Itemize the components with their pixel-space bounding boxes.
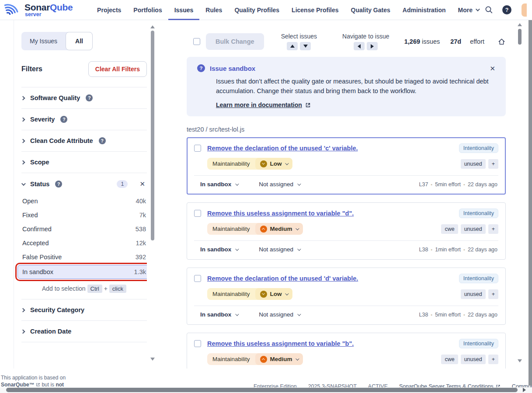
nav-portfolios[interactable]: Portfolios (127, 0, 168, 20)
issue-card[interactable]: Remove the declaration of the unused 'c'… (187, 137, 506, 195)
severity-header[interactable]: Severity ? (21, 116, 147, 123)
issue-status-dropdown[interactable]: In sandbox (200, 311, 238, 318)
nav-projects[interactable]: Projects (91, 0, 127, 20)
issue-card[interactable]: Remove the declaration of the unused 'd'… (187, 268, 506, 325)
select-all-checkbox[interactable] (193, 38, 200, 45)
help-icon[interactable]: ? (60, 116, 67, 123)
status-option-open[interactable]: Open 40k (21, 194, 147, 208)
software-quality-severity-pill[interactable]: Maintainability Low (207, 158, 292, 170)
security-category-header[interactable]: Security Category (21, 306, 147, 313)
tag-chip[interactable]: cwe (441, 224, 458, 234)
status-option-false-positive[interactable]: False Positive 392 (21, 250, 147, 264)
issue-title-link[interactable]: Remove this useless assignment to variab… (207, 210, 354, 217)
add-tag-button[interactable]: + (488, 224, 498, 234)
nav-administration[interactable]: Administration (396, 0, 452, 20)
main-scroll-up-arrow[interactable] (518, 23, 522, 26)
severity-dropdown[interactable]: Low (255, 158, 292, 170)
triangle-left-icon (358, 44, 361, 49)
issue-title-link[interactable]: Remove this useless assignment to variab… (207, 340, 354, 347)
window-scrollbar[interactable] (529, 10, 532, 386)
issues-toolbar: Bulk Change Select issues Navigate to is… (187, 31, 506, 52)
issue-title-link[interactable]: Remove the declaration of the unused 'c'… (207, 145, 358, 152)
severity-label: Medium (270, 226, 292, 232)
nav-quality-gates[interactable]: Quality Gates (345, 0, 396, 20)
sidebar-scroll-up-arrow[interactable] (150, 25, 155, 28)
status-option-fixed[interactable]: Fixed 7k (21, 208, 147, 222)
navigate-next-button[interactable] (367, 42, 378, 50)
nav-more[interactable]: More (452, 0, 485, 20)
add-tag-button[interactable]: + (488, 355, 498, 364)
avatar[interactable] (522, 3, 527, 17)
tag-chip[interactable]: cwe (441, 355, 458, 364)
severity-low-icon (260, 160, 267, 167)
software-quality-severity-pill[interactable]: Maintainability Medium (207, 223, 303, 235)
select-next-issue-button[interactable] (300, 42, 311, 50)
nav-rules[interactable]: Rules (199, 0, 228, 20)
nav-issues[interactable]: Issues (168, 0, 200, 20)
severity-label: Medium (270, 356, 292, 362)
status-option-count: 12k (136, 240, 146, 247)
search-icon[interactable] (485, 6, 493, 14)
navigate-previous-button[interactable] (354, 42, 365, 50)
severity-dropdown[interactable]: Medium (255, 353, 303, 365)
add-tag-button[interactable]: + (488, 289, 498, 299)
sidebar-scroll-down-arrow[interactable] (150, 358, 155, 361)
effort-text: 5min effort (435, 181, 461, 188)
clear-all-filters-button[interactable]: Clear All Filters (88, 61, 147, 77)
horizontal-scroll-right-arrow[interactable] (523, 388, 526, 392)
help-icon[interactable]: ? (502, 5, 511, 14)
assignee-dropdown[interactable]: Not assigned (259, 311, 300, 318)
issue-card[interactable]: Remove this useless assignment to variab… (187, 333, 506, 369)
intentionality-badge: Intentionality (459, 339, 498, 348)
issue-status-dropdown[interactable]: In sandbox (200, 181, 238, 188)
help-icon[interactable]: ? (86, 94, 93, 101)
tag-chip[interactable]: unused (461, 355, 486, 364)
component-path: test20 / src/test-lol.js (187, 126, 506, 133)
horizontal-scrollbar-thumb[interactable] (6, 388, 518, 392)
scope-header[interactable]: Scope (21, 159, 147, 166)
assignee-dropdown[interactable]: Not assigned (259, 246, 300, 253)
issue-checkbox[interactable] (194, 340, 201, 347)
clean-code-header[interactable]: Clean Code Attribute ? (21, 137, 147, 144)
issue-card[interactable]: Remove this useless assignment to variab… (187, 202, 506, 260)
issue-checkbox[interactable] (194, 145, 201, 152)
assignee-dropdown[interactable]: Not assigned (259, 181, 300, 188)
software-quality-header[interactable]: Software Quality ? (21, 94, 147, 101)
home-icon[interactable] (497, 38, 506, 46)
issue-status-label: In sandbox (200, 181, 231, 188)
sidebar-scrollbar-thumb[interactable] (151, 31, 154, 240)
sonarqube-logo[interactable]: SonarQube server (4, 1, 85, 19)
software-quality-severity-pill[interactable]: Maintainability Low (207, 288, 292, 300)
status-header[interactable]: Status ? 1 ✕ (21, 180, 147, 188)
tag-chip[interactable]: unused (461, 159, 486, 169)
learn-more-link[interactable]: Learn more in documentation (216, 101, 302, 108)
main-scrollbar-thumb[interactable] (518, 29, 522, 45)
main-scroll-down-arrow[interactable] (518, 359, 522, 362)
select-previous-issue-button[interactable] (287, 42, 298, 50)
clear-status-filter-icon[interactable]: ✕ (139, 180, 145, 188)
status-option-in-sandbox[interactable]: In sandbox 1.3k (17, 265, 147, 279)
nav-quality-profiles[interactable]: Quality Profiles (228, 0, 285, 20)
bulk-change-button[interactable]: Bulk Change (206, 33, 264, 50)
toggle-all[interactable]: All (66, 32, 93, 50)
software-quality-severity-pill[interactable]: Maintainability Medium (207, 353, 303, 365)
status-option-accepted[interactable]: Accepted 12k (21, 236, 147, 250)
toggle-my-issues[interactable]: My Issues (21, 32, 66, 50)
help-icon[interactable]: ? (55, 181, 62, 188)
close-icon[interactable]: ✕ (490, 65, 495, 73)
tag-chip[interactable]: unused (461, 224, 486, 234)
severity-label: Severity (30, 116, 55, 123)
banner-title: Issue sandbox (210, 65, 255, 72)
issue-title-link[interactable]: Remove the declaration of the unused 'd'… (207, 275, 358, 282)
severity-dropdown[interactable]: Low (255, 288, 292, 300)
status-option-confirmed[interactable]: Confirmed 538 (21, 222, 147, 236)
issue-status-dropdown[interactable]: In sandbox (200, 246, 238, 253)
tag-chip[interactable]: unused (461, 289, 486, 299)
help-icon[interactable]: ? (99, 137, 106, 144)
creation-date-header[interactable]: Creation Date (21, 328, 147, 335)
issue-checkbox[interactable] (194, 275, 201, 282)
issue-checkbox[interactable] (194, 210, 201, 217)
severity-dropdown[interactable]: Medium (255, 223, 303, 235)
add-tag-button[interactable]: + (488, 159, 498, 169)
nav-license-profiles[interactable]: License Profiles (285, 0, 344, 20)
